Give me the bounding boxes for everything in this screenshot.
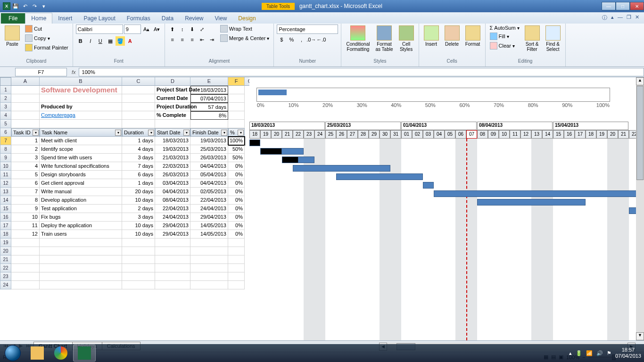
row-header[interactable]: 8 bbox=[0, 145, 11, 154]
producer-link[interactable]: Computergaga bbox=[40, 111, 122, 120]
cell[interactable]: Meet with client bbox=[40, 137, 122, 145]
pct-cell[interactable]: 0% bbox=[228, 222, 245, 230]
cell[interactable]: 19/03/2013 bbox=[155, 145, 190, 154]
cell[interactable] bbox=[122, 111, 155, 120]
cell[interactable] bbox=[40, 281, 122, 289]
cell[interactable] bbox=[190, 255, 228, 264]
conditional-formatting-button[interactable]: Conditional Formatting bbox=[344, 25, 372, 53]
tray-up-icon[interactable]: ▴ bbox=[569, 350, 572, 356]
cell[interactable] bbox=[122, 120, 155, 128]
help-icon[interactable]: ⓘ bbox=[602, 14, 607, 21]
align-right-icon[interactable]: ≡ bbox=[188, 35, 197, 44]
cell[interactable]: 22/04/2013 bbox=[155, 205, 190, 213]
pct-cell[interactable]: 0% bbox=[228, 230, 245, 239]
row-header[interactable]: 24 bbox=[0, 281, 11, 289]
cell[interactable] bbox=[11, 239, 40, 247]
align-top-icon[interactable]: ⬆ bbox=[168, 25, 177, 34]
align-bottom-icon[interactable]: ⬇ bbox=[188, 25, 197, 34]
cell[interactable] bbox=[190, 264, 228, 272]
cell[interactable]: Write manual bbox=[40, 188, 122, 196]
scroll-down-icon[interactable]: ▼ bbox=[636, 332, 644, 340]
find-select-button[interactable]: Find & Select bbox=[544, 25, 562, 53]
start-button[interactable] bbox=[0, 344, 25, 362]
fill-button[interactable]: Fill ▾ bbox=[488, 32, 521, 41]
table-header[interactable]: Start Date▾ bbox=[155, 128, 190, 137]
row-header[interactable]: 4 bbox=[0, 111, 11, 120]
cell[interactable] bbox=[40, 120, 122, 128]
cell[interactable]: 7 days bbox=[122, 162, 155, 171]
qat-customize-icon[interactable]: ▾ bbox=[40, 2, 48, 10]
cell[interactable] bbox=[40, 255, 122, 264]
cell[interactable]: 10 days bbox=[122, 230, 155, 239]
cell[interactable]: 29/04/2013 bbox=[190, 213, 228, 222]
cell[interactable] bbox=[228, 94, 245, 103]
clear-button[interactable]: Clear ▾ bbox=[488, 41, 521, 50]
cell[interactable] bbox=[122, 255, 155, 264]
cell[interactable]: 26/03/2013 bbox=[155, 171, 190, 179]
cell[interactable] bbox=[11, 86, 40, 94]
cell[interactable] bbox=[11, 272, 40, 281]
format-as-table-button[interactable]: Format as Table bbox=[373, 25, 395, 53]
row-header[interactable]: 3 bbox=[0, 103, 11, 111]
cell[interactable]: 22/04/2013 bbox=[190, 196, 228, 205]
cell[interactable]: Get client approval bbox=[40, 179, 122, 188]
cell[interactable] bbox=[122, 281, 155, 289]
taskbar-chrome[interactable] bbox=[50, 345, 72, 362]
filter-dropdown-icon[interactable]: ▾ bbox=[33, 130, 39, 136]
cell[interactable]: 3 bbox=[11, 154, 40, 162]
row-header[interactable]: 2 bbox=[0, 94, 11, 103]
cell[interactable]: 18/03/2013 bbox=[190, 86, 228, 94]
cell[interactable]: 19/03/2013 bbox=[190, 137, 228, 145]
taskbar-excel[interactable] bbox=[73, 345, 96, 362]
row-header[interactable]: 10 bbox=[0, 162, 11, 171]
cell[interactable]: 2 days bbox=[122, 205, 155, 213]
cell[interactable]: Deploy the application bbox=[40, 222, 122, 230]
indent-dec-icon[interactable]: ⇤ bbox=[198, 35, 207, 44]
cell[interactable]: 04/04/2013 bbox=[190, 179, 228, 188]
filter-dropdown-icon[interactable]: ▾ bbox=[221, 130, 227, 136]
row-header[interactable]: 9 bbox=[0, 154, 11, 162]
underline-button[interactable]: U bbox=[96, 36, 105, 46]
cell[interactable] bbox=[190, 247, 228, 255]
format-painter-button[interactable]: Format Painter bbox=[24, 43, 70, 52]
cell[interactable] bbox=[155, 272, 190, 281]
cell[interactable]: 1 bbox=[11, 137, 40, 145]
column-header[interactable]: E bbox=[190, 77, 228, 86]
table-header[interactable]: Duration▾ bbox=[122, 128, 155, 137]
pct-cell[interactable]: 0% bbox=[228, 213, 245, 222]
cell[interactable] bbox=[155, 120, 190, 128]
row-header[interactable]: 19 bbox=[0, 239, 11, 247]
cell[interactable]: 10 days bbox=[122, 196, 155, 205]
cell[interactable]: Train users bbox=[40, 230, 122, 239]
tab-data[interactable]: Data bbox=[156, 13, 179, 24]
cell[interactable]: 14/05/2013 bbox=[190, 230, 228, 239]
comma-icon[interactable]: , bbox=[297, 35, 306, 44]
cell[interactable]: 7 bbox=[11, 188, 40, 196]
cell[interactable] bbox=[228, 86, 245, 94]
cell[interactable] bbox=[155, 239, 190, 247]
minimize-button[interactable]: — bbox=[602, 2, 616, 10]
cell[interactable] bbox=[155, 247, 190, 255]
cell[interactable] bbox=[40, 272, 122, 281]
autosum-button[interactable]: Σ AutoSum ▾ bbox=[488, 25, 521, 31]
column-header[interactable]: B bbox=[40, 77, 122, 86]
fill-color-button[interactable]: 🪣 bbox=[116, 36, 125, 46]
cell[interactable] bbox=[155, 264, 190, 272]
close-button[interactable]: ✕ bbox=[630, 2, 644, 10]
cell[interactable]: 57 days bbox=[190, 103, 228, 111]
row-header[interactable]: 15 bbox=[0, 205, 11, 213]
cell[interactable]: 2 bbox=[11, 145, 40, 154]
row-header[interactable]: 14 bbox=[0, 196, 11, 205]
cell[interactable]: Fix bugs bbox=[40, 213, 122, 222]
cell[interactable]: 10 bbox=[11, 213, 40, 222]
cell[interactable]: 3 days bbox=[122, 213, 155, 222]
row-header[interactable]: 5 bbox=[0, 120, 11, 128]
cell[interactable]: 14/05/2013 bbox=[190, 222, 228, 230]
format-cells-button[interactable]: Format bbox=[463, 25, 482, 48]
cell[interactable] bbox=[228, 247, 245, 255]
scroll-up-icon[interactable]: ▲ bbox=[636, 77, 644, 85]
row-header[interactable]: 7 bbox=[0, 137, 11, 145]
align-left-icon[interactable]: ≡ bbox=[168, 35, 177, 44]
project-title[interactable]: Software Development bbox=[40, 86, 122, 94]
font-size-select[interactable] bbox=[124, 25, 141, 34]
